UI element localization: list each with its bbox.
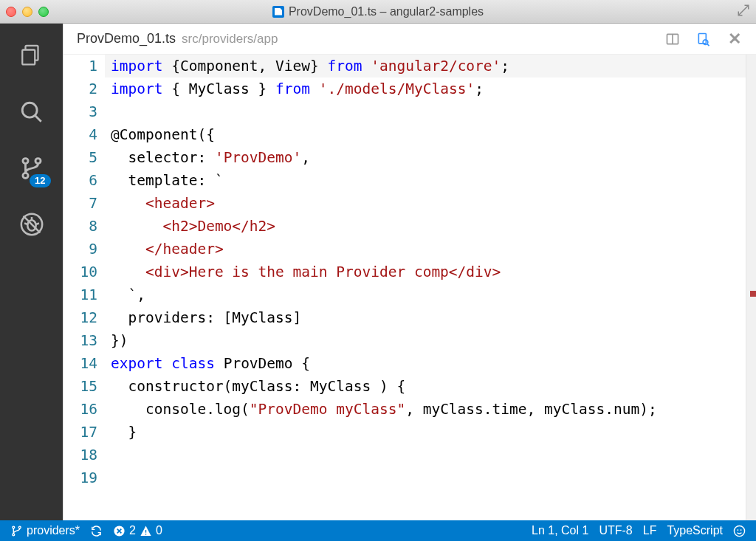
code-line[interactable] [111,100,746,123]
expand-icon[interactable] [737,4,750,20]
line-number: 7 [63,192,97,215]
svg-point-23 [145,533,147,534]
line-number: 10 [63,261,97,283]
editor-tab-row: ProvDemo_01.ts src/providers/app ✕ [63,24,756,55]
status-cursor-position[interactable]: Ln 1, Col 1 [532,524,588,537]
code-line[interactable]: <h2>Demo</h2> [111,215,746,238]
status-feedback[interactable] [733,525,746,537]
svg-point-18 [13,526,15,528]
activity-debug[interactable] [14,207,49,242]
status-error-count: 2 [129,524,136,537]
overview-ruler-error-mark[interactable] [750,291,756,297]
window-title-container: ProvDemo_01.ts – angular2-samples [0,5,756,18]
code-line[interactable]: </header> [111,238,746,261]
line-number: 15 [63,375,97,398]
code-line[interactable]: import { MyClass } from './models/MyClas… [111,77,746,100]
svg-point-20 [13,534,15,536]
branch-icon [10,525,23,537]
code-line[interactable] [111,466,746,489]
smiley-icon [733,525,746,537]
split-layout-icon [665,32,680,46]
svg-point-19 [18,526,21,528]
line-number: 13 [63,329,97,352]
line-number: 6 [63,169,97,192]
line-number: 18 [63,444,97,466]
search-icon [19,100,44,125]
search-file-icon [696,32,711,46]
code-line[interactable]: export class ProvDemo { [111,352,746,375]
line-number: 16 [63,398,97,421]
line-number: 9 [63,238,97,261]
line-number: 5 [63,146,97,169]
app-body: 12 ProvDemo_01.ts src/providers/app [0,24,756,520]
code-line[interactable]: `, [111,283,746,306]
svg-line-3 [35,115,41,122]
status-eol[interactable]: LF [643,524,657,537]
line-number: 8 [63,215,97,238]
activity-search[interactable] [14,94,49,130]
overview-ruler[interactable] [746,55,756,520]
line-number: 11 [63,283,97,306]
status-bar: providers* 2 0 Ln 1, Col 1 UTF-8 LF Type… [0,520,756,541]
code-line[interactable]: console.log("ProvDemo myClass", myClass.… [111,398,746,421]
status-warning-count: 0 [156,524,162,537]
code-content[interactable]: import {Component, View} from 'angular2/… [105,55,746,520]
line-number: 3 [63,100,97,123]
activity-explorer[interactable] [14,38,49,74]
svg-point-25 [737,529,738,531]
svg-rect-1 [22,50,35,65]
line-number: 17 [63,421,97,444]
line-number: 12 [63,306,97,329]
svg-line-11 [35,224,38,224]
status-branch[interactable]: providers* [10,524,80,537]
svg-point-6 [22,173,27,178]
code-line[interactable]: selector: 'ProvDemo', [111,146,746,169]
line-number: 14 [63,352,97,375]
svg-point-4 [22,159,27,164]
code-line[interactable]: @Component({ [111,123,746,146]
window-title: ProvDemo_01.ts – angular2-samples [289,5,484,18]
svg-line-10 [24,224,27,224]
activity-git[interactable]: 12 [14,151,49,186]
open-changes-button[interactable] [695,31,712,47]
svg-rect-15 [698,33,706,43]
files-icon [19,44,44,69]
svg-point-26 [740,529,742,531]
code-line[interactable]: }) [111,329,746,352]
sync-icon [90,525,103,537]
code-line[interactable]: providers: [MyClass] [111,306,746,329]
status-branch-name: providers* [27,524,80,537]
svg-point-2 [22,103,37,117]
status-problems[interactable]: 2 0 [113,524,162,537]
error-icon [113,525,126,537]
editor-area: ProvDemo_01.ts src/providers/app ✕ [63,24,756,520]
tab-subpath: src/providers/app [182,32,278,46]
code-line[interactable]: template: ` [111,169,746,192]
split-editor-button[interactable] [664,31,681,47]
code-line[interactable] [111,444,746,466]
line-number: 1 [63,55,97,77]
line-number: 19 [63,466,97,489]
activity-bar: 12 [0,24,63,520]
code-line[interactable]: <div>Here is the main Provider comp</div… [111,261,746,283]
window-zoom-button[interactable] [38,7,49,17]
app-file-icon [272,6,284,18]
status-sync[interactable] [90,525,103,537]
window-controls [6,7,49,17]
close-tab-button[interactable]: ✕ [726,31,743,47]
line-number: 2 [63,77,97,100]
bug-disabled-icon [19,212,44,237]
tab-filename[interactable]: ProvDemo_01.ts [77,31,176,46]
status-encoding[interactable]: UTF-8 [599,524,632,537]
window-minimize-button[interactable] [22,7,32,17]
code-line[interactable]: } [111,421,746,444]
close-icon: ✕ [728,30,741,49]
titlebar: ProvDemo_01.ts – angular2-samples [0,0,756,24]
code-line[interactable]: import {Component, View} from 'angular2/… [111,55,746,77]
editor[interactable]: 12345678910111213141516171819 import {Co… [63,55,756,520]
code-line[interactable]: constructor(myClass: MyClass ) { [111,375,746,398]
window-close-button[interactable] [6,7,16,17]
status-language-mode[interactable]: TypeScript [667,524,723,537]
git-changes-badge: 12 [30,174,50,187]
code-line[interactable]: <header> [111,192,746,215]
